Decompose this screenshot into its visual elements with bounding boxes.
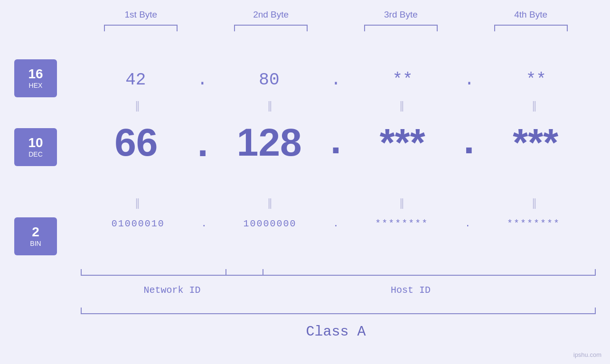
equals2-3: ‖ (341, 197, 464, 209)
dec-val-2: 128 (209, 120, 329, 165)
bin-val-1: 01000010 (76, 218, 200, 229)
dec-dot-1: . (197, 123, 209, 167)
equals-row-2: ‖ ‖ ‖ ‖ (76, 197, 596, 209)
bracket-top-4 (494, 25, 568, 31)
dec-val-1: 66 (76, 120, 197, 165)
hex-row: 42 . 80 . ** . ** (76, 70, 596, 90)
byte-label-3: 3rd Byte (336, 9, 466, 20)
byte-label-1: 1st Byte (76, 9, 206, 20)
main-layout: 1st Byte 2nd Byte 3rd Byte 4th Byte 16 H… (0, 0, 610, 364)
equals2-1: ‖ (76, 197, 199, 209)
equals-row-1: ‖ ‖ ‖ ‖ (76, 100, 596, 112)
dec-val-4: *** (475, 120, 596, 165)
equals2-2: ‖ (208, 197, 331, 209)
equals-1: ‖ (76, 100, 199, 112)
hex-val-4: ** (476, 70, 596, 90)
hex-val-3: ** (343, 70, 462, 90)
dec-badge: 10 DEC (14, 128, 57, 166)
bin-badge-label: BIN (30, 240, 41, 247)
bin-row: 01000010 . 10000000 . ******** . *******… (76, 218, 596, 229)
bin-dot-2: . (332, 218, 339, 229)
dec-val-3: *** (342, 120, 463, 165)
watermark: ipshu.com (573, 351, 601, 358)
class-label: Class A (76, 324, 596, 340)
hex-dot-2: . (329, 70, 343, 90)
bin-badge: 2 BIN (14, 217, 57, 255)
bin-dot-3: . (464, 218, 471, 229)
dec-badge-number: 10 (28, 136, 43, 149)
dec-badge-label: DEC (28, 150, 43, 158)
bracket-top-3 (364, 25, 438, 31)
equals-4: ‖ (473, 100, 596, 112)
equals2-4: ‖ (473, 197, 596, 209)
equals-2: ‖ (208, 100, 331, 112)
bin-dot-1: . (200, 218, 208, 229)
hex-dot-1: . (196, 70, 210, 90)
bin-badge-number: 2 (32, 225, 39, 239)
host-id-bracket (225, 269, 596, 276)
hex-badge-label: HEX (29, 82, 43, 89)
dec-row: 66 . 128 . *** . *** (76, 118, 596, 167)
bracket-top-1 (104, 25, 178, 31)
hex-val-1: 42 (76, 70, 196, 90)
dec-dot-3: . (463, 118, 476, 167)
host-id-label: Host ID (225, 285, 596, 296)
byte-label-2: 2nd Byte (206, 9, 336, 20)
bin-val-3: ******** (340, 218, 464, 229)
equals-3: ‖ (341, 100, 464, 112)
full-bracket (81, 308, 596, 314)
hex-dot-3: . (462, 70, 477, 90)
bin-val-4: ******** (471, 218, 596, 229)
hex-badge: 16 HEX (14, 59, 57, 97)
bin-val-2: 10000000 (208, 218, 332, 229)
byte-label-4: 4th Byte (466, 9, 596, 20)
dec-dot-2: . (329, 118, 342, 167)
hex-val-2: 80 (209, 70, 329, 90)
hex-badge-number: 16 (28, 67, 43, 81)
bracket-top-2 (234, 25, 308, 31)
